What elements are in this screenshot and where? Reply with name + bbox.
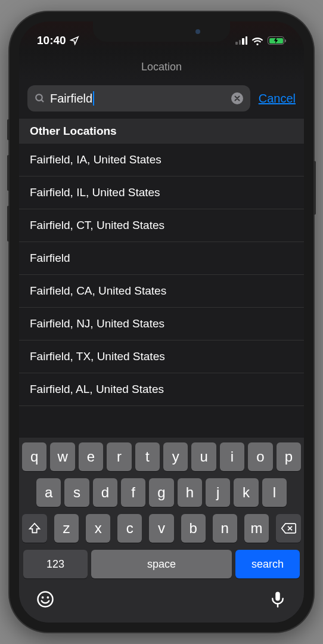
- key-z[interactable]: z: [54, 514, 79, 543]
- list-item[interactable]: Fairfield, TX, United States: [19, 340, 304, 373]
- key-n[interactable]: n: [213, 514, 237, 543]
- section-header: Other Locations: [19, 119, 304, 144]
- emoji-icon[interactable]: [36, 590, 54, 608]
- svg-point-0: [36, 94, 42, 101]
- key-y[interactable]: y: [163, 442, 188, 471]
- battery-icon: [268, 36, 286, 45]
- list-item[interactable]: Fairfield, IA, United States: [19, 144, 304, 177]
- svg-line-1: [41, 100, 44, 102]
- list-item[interactable]: Fairfield, AL, United States: [19, 373, 304, 406]
- svg-point-5: [38, 592, 53, 607]
- key-f[interactable]: f: [121, 478, 145, 507]
- key-x[interactable]: x: [86, 514, 110, 543]
- key-c[interactable]: c: [117, 514, 142, 543]
- list-item[interactable]: Fairfield, CT, United States: [19, 209, 304, 242]
- wifi-icon: [251, 36, 263, 45]
- key-123[interactable]: 123: [23, 550, 88, 578]
- key-i[interactable]: i: [220, 442, 244, 471]
- key-j[interactable]: j: [206, 478, 230, 507]
- search-input[interactable]: Fairfield: [27, 85, 250, 112]
- svg-point-7: [47, 596, 49, 599]
- key-v[interactable]: v: [149, 514, 173, 543]
- key-r[interactable]: r: [107, 442, 131, 471]
- key-w[interactable]: w: [50, 442, 74, 471]
- key-q[interactable]: q: [22, 442, 46, 471]
- screen: 10:40: [19, 21, 304, 623]
- key-m[interactable]: m: [244, 514, 269, 543]
- key-l[interactable]: l: [262, 478, 287, 507]
- list-item[interactable]: Fairfield, CA, United States: [19, 275, 304, 308]
- key-k[interactable]: k: [234, 478, 258, 507]
- key-space[interactable]: space: [91, 550, 232, 578]
- list-item[interactable]: Fairfield, NJ, United States: [19, 308, 304, 340]
- text-cursor: [93, 91, 94, 106]
- keyboard: q w e r t y u i o p a s d f g h j k l: [19, 438, 304, 623]
- key-g[interactable]: g: [149, 478, 173, 507]
- cellular-signal-icon: [235, 36, 247, 45]
- key-p[interactable]: p: [277, 442, 301, 471]
- key-a[interactable]: a: [36, 478, 61, 507]
- key-e[interactable]: e: [79, 442, 103, 471]
- key-o[interactable]: o: [248, 442, 272, 471]
- shift-icon: [28, 522, 41, 535]
- key-u[interactable]: u: [191, 442, 216, 471]
- list-item[interactable]: Fairfield: [19, 242, 304, 275]
- key-b[interactable]: b: [181, 514, 206, 543]
- notch: [93, 21, 230, 42]
- key-s[interactable]: s: [64, 478, 89, 507]
- mic-icon[interactable]: [269, 590, 287, 608]
- search-icon: [35, 93, 45, 104]
- status-time: 10:40: [37, 34, 66, 47]
- results-list: Fairfield, IA, United States Fairfield, …: [19, 144, 304, 406]
- key-t[interactable]: t: [135, 442, 160, 471]
- backspace-icon: [281, 522, 296, 534]
- key-shift[interactable]: [22, 514, 47, 543]
- search-value: Fairfield: [50, 92, 92, 106]
- location-arrow-icon: [70, 36, 79, 45]
- page-title: Location: [19, 50, 304, 80]
- svg-rect-8: [275, 592, 280, 601]
- list-item[interactable]: Fairfield, IL, United States: [19, 177, 304, 209]
- clear-icon[interactable]: [231, 92, 243, 104]
- key-d[interactable]: d: [93, 478, 117, 507]
- cancel-button[interactable]: Cancel: [259, 92, 296, 106]
- svg-point-6: [42, 596, 44, 599]
- phone-frame: 10:40: [10, 12, 313, 632]
- key-h[interactable]: h: [178, 478, 202, 507]
- key-search[interactable]: search: [235, 550, 300, 578]
- key-backspace[interactable]: [276, 514, 301, 543]
